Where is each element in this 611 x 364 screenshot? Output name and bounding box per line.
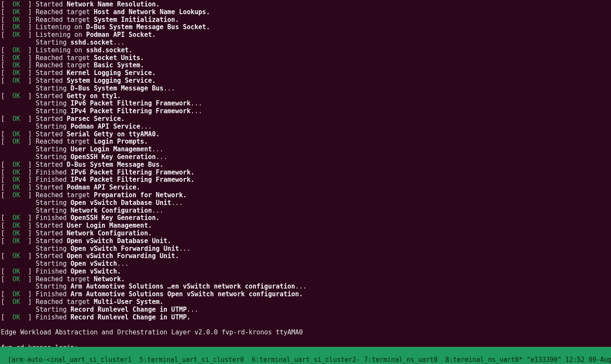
ellipsis: ... <box>163 84 175 92</box>
verb: Starting <box>36 245 66 253</box>
status-ok: OK <box>12 237 20 245</box>
unit-name: Podman API Socket. <box>86 31 156 39</box>
boot-log-line: Starting sshd.socket... <box>1 39 610 47</box>
boot-log-line: [ OK ] Reached target Login Prompts. <box>1 138 610 146</box>
boot-log-line: [ OK ] Listening on sshd.socket. <box>1 47 610 54</box>
status-ok: OK <box>12 184 20 191</box>
status-ok: OK <box>12 214 20 222</box>
status-ok: OK <box>12 222 20 229</box>
status-left: [arm-auto-<inal_uart_si_cluster1 5:termi… <box>8 356 523 364</box>
verb: Finished <box>36 313 66 321</box>
unit-name: sshd.socket. <box>86 46 132 54</box>
boot-log-line: [ OK ] Finished IPv4 Packet Filtering Fr… <box>1 176 610 184</box>
verb: Starting <box>36 207 66 214</box>
verb: Reached target <box>36 16 90 24</box>
verb: Starting <box>36 306 66 313</box>
verb: Starting <box>36 199 66 207</box>
verb: Started <box>36 0 63 8</box>
unit-name: Network Configuration <box>71 207 152 214</box>
unit-name: System Logging Service. <box>67 77 156 84</box>
verb: Starting <box>36 99 66 107</box>
verb: Started <box>36 115 63 123</box>
boot-log-line: [ OK ] Started Open vSwitch Forwarding U… <box>1 253 610 260</box>
boot-log-line: [ OK ] Started Serial Getty on ttyAMA0. <box>1 131 610 138</box>
boot-log-line: [ OK ] Started Network Name Resolution. <box>1 1 610 9</box>
boot-log-line: [ OK ] Finished OpenSSH Key Generation. <box>1 214 610 222</box>
boot-log-line: [ OK ] Started Network Configuration. <box>1 230 610 238</box>
unit-name: Basic System. <box>94 61 144 69</box>
boot-log-line: Starting OpenSSH Key Generation... <box>1 153 610 161</box>
boot-log-line: Starting Open vSwitch... <box>1 260 610 268</box>
unit-name: IPv4 Packet Filtering Framework <box>71 107 191 115</box>
ellipsis: ... <box>152 145 163 153</box>
boot-log-line: [ OK ] Reached target Network. <box>1 276 610 283</box>
unit-name: Network Name Resolution. <box>67 0 160 8</box>
boot-log-line: [ OK ] Listening on Podman API Socket. <box>1 31 610 39</box>
verb: Finished <box>36 214 66 222</box>
verb: Reached target <box>36 61 90 69</box>
ellipsis: ... <box>179 245 190 253</box>
unit-name: Open vSwitch Database Unit. <box>67 237 172 245</box>
status-ok: OK <box>12 275 20 283</box>
status-ok: OK <box>12 176 20 184</box>
status-ok: OK <box>12 130 20 138</box>
boot-log-line: [ OK ] Finished IPv6 Packet Filtering Fr… <box>1 169 610 177</box>
boot-log-line: [ OK ] Finished Arm Automotive Solutions… <box>1 291 610 298</box>
verb: Started <box>36 252 63 260</box>
status-ok: OK <box>12 92 20 100</box>
verb: Starting <box>36 260 66 268</box>
ellipsis: ... <box>113 39 125 46</box>
boot-log-line: [ OK ] Reached target Socket Units. <box>1 54 610 62</box>
boot-log-line: [ OK ] Reached target Preparation for Ne… <box>1 192 610 199</box>
verb: Starting <box>36 107 66 115</box>
boot-log-line: [ OK ] Reached target Multi-User System. <box>1 298 610 306</box>
boot-log-line: Starting IPv4 Packet Filtering Framework… <box>1 108 610 115</box>
boot-log-line: [ OK ] Reached target System Initializat… <box>1 16 610 24</box>
unit-name: User Login Management. <box>67 222 152 229</box>
boot-log-terminal[interactable]: [ OK ] Started Network Name Resolution.[… <box>0 0 611 352</box>
boot-log-line: Starting D-Bus System Message Bus... <box>1 85 610 93</box>
system-banner: Edge Workload Abstraction and Orchestrat… <box>1 329 610 337</box>
ellipsis: ... <box>156 153 167 161</box>
blank-line <box>1 321 610 329</box>
unit-name: Open vSwitch Forwarding Unit <box>71 245 179 253</box>
verb: Listening on <box>36 31 82 39</box>
boot-log-line: [ OK ] Started Kernel Logging Service. <box>1 69 610 77</box>
unit-name: D-Bus System Message Bus Socket. <box>86 23 210 31</box>
boot-log-line: Starting Open vSwitch Forwarding Unit... <box>1 245 610 253</box>
status-ok: OK <box>12 8 20 16</box>
status-ok: OK <box>12 191 20 199</box>
status-ok: OK <box>12 298 20 306</box>
verb: Finished <box>36 290 66 298</box>
unit-name: Login Prompts. <box>94 138 148 145</box>
verb: Starting <box>36 153 66 161</box>
boot-log-line: [ OK ] Finished Record Runlevel Change i… <box>1 314 610 322</box>
ellipsis: ... <box>171 199 183 207</box>
verb: Listening on <box>36 23 82 31</box>
boot-log-line: Starting Open vSwitch Database Unit... <box>1 199 610 207</box>
status-right: "e133390" 12:52 09-Aug-24 <box>527 356 611 364</box>
boot-log-line: Starting Podman API Service... <box>1 123 610 131</box>
unit-name: D-Bus System Message Bus <box>71 84 164 92</box>
status-ok: OK <box>12 31 20 39</box>
unit-name: Open vSwitch. <box>71 268 121 275</box>
ellipsis: ... <box>117 260 129 268</box>
ellipsis: ... <box>295 283 307 290</box>
verb: Reached target <box>36 275 90 283</box>
verb: Starting <box>36 283 66 290</box>
boot-log-line: Starting Arm Automotive Solutions …en vS… <box>1 283 610 291</box>
boot-log-line: Starting Record Runlevel Change in UTMP.… <box>1 306 610 314</box>
verb: Finished <box>36 168 66 176</box>
boot-log-line: [ OK ] Started Open vSwitch Database Uni… <box>1 238 610 245</box>
verb: Finished <box>36 268 66 275</box>
tmux-status-bar[interactable]: [arm-auto-<inal_uart_si_cluster1 5:termi… <box>0 347 611 364</box>
verb: Reached target <box>36 54 90 62</box>
verb: Started <box>36 161 63 168</box>
status-ok: OK <box>12 268 20 275</box>
status-ok: OK <box>12 313 20 321</box>
status-ok: OK <box>12 290 20 298</box>
verb: Reached target <box>36 298 90 306</box>
verb: Started <box>36 77 63 84</box>
status-ok: OK <box>12 115 20 123</box>
verb: Finished <box>36 176 66 184</box>
